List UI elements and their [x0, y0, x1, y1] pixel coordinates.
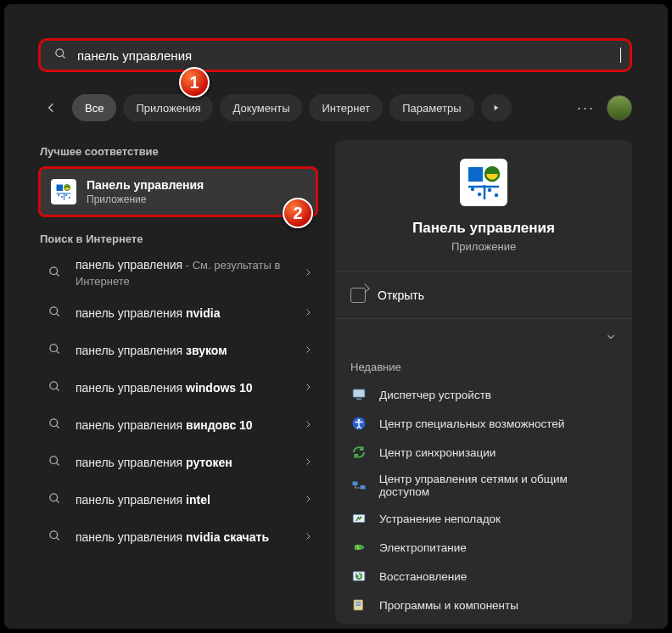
filter-apps[interactable]: Приложения: [123, 94, 213, 121]
troubleshoot-icon: [350, 510, 367, 527]
svg-point-8: [69, 197, 70, 199]
chevron-right-icon: [303, 266, 313, 280]
recent-item[interactable]: Диспетчер устройств: [340, 380, 627, 409]
more-menu[interactable]: ···: [577, 99, 595, 117]
svg-line-18: [56, 425, 59, 428]
search-icon: [48, 529, 64, 545]
chevron-right-icon: [303, 306, 313, 320]
expand-actions[interactable]: [335, 322, 632, 354]
web-result[interactable]: панель управления - См. результаты в Инт…: [38, 252, 318, 294]
web-result-label: панель управления - См. результаты в Инт…: [76, 257, 303, 289]
open-label: Открыть: [378, 288, 424, 302]
web-result[interactable]: панель управления виндовс 10: [38, 406, 318, 444]
recent-item-label: Центр синхронизации: [379, 446, 496, 459]
preview-subtitle: Приложение: [451, 240, 516, 253]
web-result-label: панель управления nvidia скачать: [76, 529, 303, 545]
web-result-label: панель управления nvidia: [76, 305, 303, 321]
svg-rect-33: [356, 399, 361, 401]
web-result-label: панель управления рутокен: [76, 455, 303, 470]
web-search-heading: Поиск в Интернете: [40, 232, 318, 245]
recent-item[interactable]: Центр управления сетями и общим доступом: [340, 467, 627, 504]
web-result[interactable]: панель управления звуком: [38, 332, 318, 369]
network-icon: [350, 477, 367, 494]
svg-rect-32: [353, 389, 365, 397]
web-result[interactable]: панель управления рутокен: [38, 444, 318, 481]
search-icon: [48, 305, 64, 321]
svg-point-5: [58, 194, 59, 196]
recent-item-label: Центр специальных возможностей: [379, 417, 564, 430]
control-panel-icon: [51, 179, 76, 204]
open-icon: [350, 288, 366, 303]
user-avatar[interactable]: [607, 95, 632, 120]
svg-line-22: [56, 500, 59, 502]
web-result[interactable]: панель управления intel: [38, 481, 318, 518]
svg-rect-3: [57, 185, 64, 192]
recent-item-label: Диспетчер устройств: [379, 389, 491, 401]
svg-point-6: [61, 196, 63, 198]
filter-settings[interactable]: Параметры: [389, 94, 473, 121]
recent-item[interactable]: Программы и компоненты: [340, 591, 627, 619]
filter-more-play[interactable]: [481, 94, 512, 121]
search-icon: [54, 48, 67, 63]
svg-point-35: [358, 419, 361, 422]
power-icon: [350, 539, 367, 556]
web-result[interactable]: панель управления nvidia: [38, 294, 318, 332]
svg-line-14: [56, 350, 59, 353]
best-match-result[interactable]: Панель управления Приложение: [38, 166, 318, 217]
sync-icon: [350, 444, 367, 461]
annotation-badge-2: 2: [283, 198, 313, 228]
chevron-down-icon: [605, 331, 617, 345]
svg-rect-43: [356, 602, 361, 603]
device-mgr-icon: [350, 386, 367, 403]
svg-point-30: [488, 188, 491, 192]
back-button[interactable]: [38, 94, 65, 121]
recovery-icon: [350, 568, 367, 585]
filter-all[interactable]: Все: [72, 94, 116, 121]
search-bar[interactable]: [38, 38, 632, 72]
svg-point-29: [478, 193, 481, 196]
recent-item[interactable]: Звук - 0 ;: [340, 619, 627, 624]
preview-title: Панель управления: [412, 220, 555, 237]
web-result-label: панель управления виндовс 10: [76, 417, 303, 433]
filter-row: Все Приложения Документы Интернет Параме…: [38, 92, 632, 123]
search-input[interactable]: [77, 48, 622, 63]
svg-point-9: [50, 267, 58, 275]
web-result[interactable]: панель управления nvidia скачать: [38, 518, 318, 556]
recent-item[interactable]: Центр специальных возможностей: [340, 409, 627, 438]
chevron-right-icon: [303, 381, 313, 395]
best-match-subtitle: Приложение: [87, 193, 204, 205]
programs-icon: [350, 597, 367, 613]
search-icon: [48, 417, 64, 433]
svg-point-7: [65, 194, 67, 196]
search-icon: [48, 455, 64, 470]
annotation-badge-1: 1: [179, 67, 210, 98]
svg-point-31: [495, 193, 498, 197]
svg-rect-40: [362, 546, 364, 549]
preview-pane: Панель управления Приложение Открыть Нед…: [335, 140, 632, 624]
recent-item[interactable]: Устранение неполадок: [340, 504, 627, 533]
recent-item-label: Центр управления сетями и общим доступом: [379, 473, 617, 498]
results-column: Лучшее соответствие Панель управления Пр…: [38, 140, 318, 556]
recent-heading: Недавние: [335, 354, 632, 380]
svg-point-19: [50, 457, 58, 464]
svg-line-10: [56, 273, 59, 276]
recent-item-label: Программы и компоненты: [379, 599, 518, 612]
search-icon: [48, 343, 64, 358]
best-match-title: Панель управления: [87, 178, 204, 192]
svg-line-24: [56, 537, 59, 540]
svg-point-11: [50, 307, 58, 315]
chevron-right-icon: [303, 344, 313, 357]
chevron-right-icon: [303, 530, 313, 544]
web-result-label: панель управления звуком: [76, 343, 303, 358]
web-result[interactable]: панель управления windows 10: [38, 369, 318, 406]
open-action[interactable]: Открыть: [335, 276, 632, 315]
divider: [335, 318, 632, 319]
svg-line-12: [56, 313, 59, 316]
filter-documents[interactable]: Документы: [220, 94, 302, 121]
recent-item[interactable]: Центр синхронизации: [340, 438, 627, 467]
recent-item[interactable]: Восстановление: [340, 562, 627, 591]
svg-point-13: [50, 345, 58, 352]
recent-item[interactable]: Электропитание: [340, 533, 627, 562]
filter-web[interactable]: Интернет: [309, 94, 383, 121]
chevron-right-icon: [303, 418, 313, 432]
